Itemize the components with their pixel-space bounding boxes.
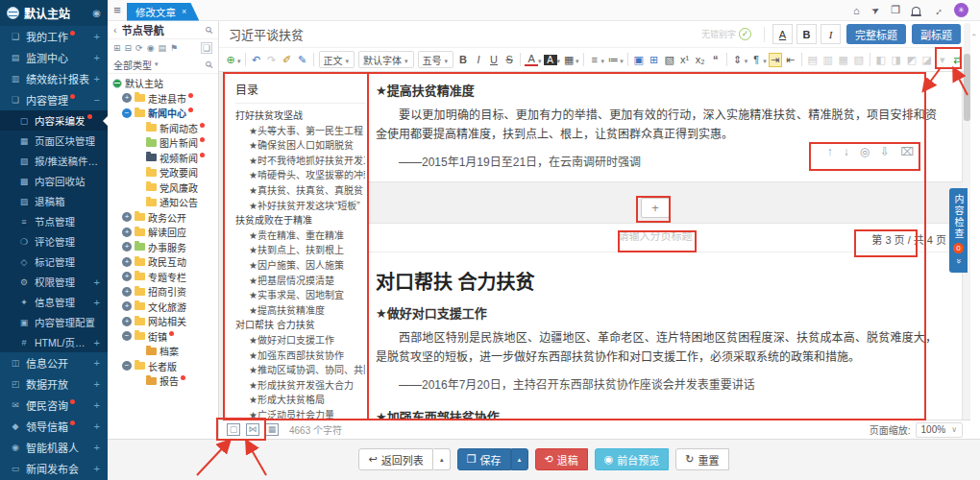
expand-icon[interactable]: + [122, 242, 132, 252]
menu-burger-icon[interactable]: ≡ [108, 3, 127, 17]
back-to-list-button[interactable]: ↩返回列表 [358, 448, 432, 470]
sidebar-item[interactable]: ▦页面区块管理 [0, 131, 108, 151]
sidebar-item[interactable]: ◰数据开放+ [0, 373, 108, 395]
toc-item[interactable]: ★实事求是、因地制宜 [235, 288, 365, 303]
expand-icon[interactable]: + [91, 31, 100, 42]
toc-item[interactable]: ★时不我待地抓好扶贫开发工作 [235, 154, 365, 169]
chevron-down-icon[interactable]: ▾ [538, 58, 542, 65]
tool-icon[interactable]: ▧ [852, 54, 866, 66]
save-button[interactable]: ❒保存 [457, 448, 511, 470]
reject-button[interactable]: ⟲退稿 [535, 448, 588, 470]
sidebar-item[interactable]: ◫信息公开+ [0, 352, 108, 373]
download-page-icon[interactable]: ⇩ [880, 145, 890, 158]
tree-item[interactable]: 档案 [110, 344, 218, 359]
scrollbar-thumb[interactable] [964, 54, 970, 121]
move-down-icon[interactable]: ↓ [844, 145, 849, 158]
list-view-icon[interactable]: ▤ [159, 43, 167, 53]
collapse-icon[interactable]: − [122, 108, 132, 118]
close-icon[interactable]: × [182, 7, 186, 16]
tree-item[interactable]: 党政要闻 [110, 165, 218, 180]
toc-item[interactable]: ★真扶贫、扶真贫、真脱贫 [235, 183, 365, 199]
tree-item[interactable]: 报告 [110, 373, 218, 389]
expand-icon[interactable]: + [91, 276, 100, 288]
toc-item[interactable]: ★确保贫困人口如期脱贫 [235, 138, 365, 154]
scroll-top-icon[interactable]: ⌃ [970, 33, 978, 42]
quote-icon[interactable]: “ [709, 54, 723, 65]
draft-icon[interactable]: ❐ [891, 4, 900, 16]
preview-page-icon[interactable]: ◎ [860, 145, 870, 158]
tree-item[interactable]: 图片新闻 [110, 135, 218, 151]
toc-item[interactable]: ★做好对口支援工作 [235, 333, 365, 348]
proofread-icon[interactable]: ⇄ [951, 54, 965, 66]
expand-icon[interactable]: + [122, 212, 132, 222]
search-icon[interactable]: ⚲ [203, 59, 215, 71]
collapse-panel-icon[interactable]: ‹ [113, 24, 117, 36]
expand-icon[interactable]: + [91, 52, 100, 63]
expand-icon[interactable]: + [122, 272, 132, 281]
expand-icon[interactable]: + [91, 73, 100, 84]
title-action-button[interactable]: 完整标题 [846, 24, 906, 44]
line-height-icon[interactable]: ⇕ [731, 54, 745, 66]
expand-icon[interactable]: − [91, 94, 100, 106]
outdent-icon[interactable]: ⇤ [784, 54, 797, 66]
preview-button[interactable]: ◉前台预览 [595, 448, 670, 470]
sidebar-toggle-icon[interactable]: ◉ [92, 8, 101, 18]
tree-item[interactable]: +走进县市 [110, 91, 218, 107]
expand-icon[interactable]: + [91, 297, 100, 308]
tree-item[interactable]: +网站相关 [110, 314, 218, 329]
collapse-all-icon[interactable]: ⊟ [125, 43, 133, 53]
tool-icon[interactable]: ◪ [920, 54, 934, 66]
delete-page-icon[interactable]: ⌧ [900, 145, 914, 158]
chevron-down-icon[interactable]: ▾ [237, 58, 241, 65]
tree-item[interactable]: +专题专栏 [110, 270, 218, 285]
clear-format-icon[interactable]: ✎ [296, 54, 309, 66]
para-spacing-icon[interactable]: ¶ [749, 54, 763, 65]
toc-item[interactable]: ★推动区域协调、协同、共同发展 [235, 363, 365, 378]
title-style-i-button[interactable]: I [821, 24, 841, 44]
move-up-icon[interactable]: ↑ [827, 145, 833, 158]
sidebar-item[interactable]: ❏内容管理− [0, 89, 108, 110]
sidebar-item[interactable]: ▧报/推送稿件管理 [0, 151, 108, 171]
title-style-a-button[interactable]: A [772, 24, 793, 44]
article-page-2[interactable]: ★提高扶贫精准度 要以更加明确的目标、更加有力的举措、更加有效的行动，深入实施精… [348, 72, 963, 182]
image-icon[interactable]: ▣ [632, 54, 646, 66]
word-layout-icon[interactable]: ▦ [265, 423, 279, 436]
tree-item[interactable]: −新闻中心 [110, 106, 218, 121]
spellcheck-ok-icon[interactable]: ✓ [739, 28, 751, 40]
tree-item[interactable]: +文化旅游 [110, 300, 218, 315]
tab-edit-article[interactable]: 修改文章 × [127, 3, 199, 21]
expand-icon[interactable]: + [122, 93, 132, 103]
strike-icon[interactable]: S [502, 54, 516, 65]
sidebar-item[interactable]: ◆领导信箱+ [0, 416, 108, 437]
toc-item[interactable]: ★头等大事、第一民生工程 [235, 124, 365, 139]
type-filter-select[interactable]: 全部类型 [113, 58, 152, 72]
sidebar-item[interactable]: ◉智能机器人+ [0, 437, 108, 458]
expand-icon[interactable]: + [91, 420, 100, 432]
auto-typeset-icon[interactable]: ⇥ [769, 53, 782, 67]
toc-item[interactable]: ★补好扶贫开发这块“短板” [235, 199, 365, 214]
toc-item[interactable]: ★形成大扶贫格局 [235, 393, 365, 408]
underline-icon[interactable]: U [487, 54, 501, 65]
tree-item[interactable]: 党风廉政 [110, 180, 218, 196]
expand-icon[interactable]: + [91, 399, 100, 411]
fill-color-icon[interactable]: ▦ [562, 54, 576, 66]
tree-item[interactable]: +政务公开 [110, 210, 218, 226]
toc-item[interactable]: 扶贫成败在于精准 [235, 213, 365, 228]
chevron-down-icon[interactable]: ▾ [745, 58, 748, 65]
wordart-icon[interactable]: ▧ [663, 54, 676, 66]
sidebar-item[interactable]: ▭新闻发布会+ [0, 458, 108, 479]
sidebar-item[interactable]: ▢内容采编发 [0, 110, 108, 131]
font-size-select[interactable]: 五号▾ [418, 51, 454, 68]
tree-item[interactable]: 默认主站 [110, 76, 218, 91]
page-title-input[interactable] [593, 230, 718, 242]
send-icon[interactable]: ➤ [870, 4, 882, 17]
toc-item[interactable]: ★贵在精准、重在精准 [235, 228, 365, 244]
add-page-button[interactable]: + [641, 198, 670, 218]
more-tools-caret[interactable]: ▾ [936, 54, 949, 66]
tree-item[interactable]: −长者版 [110, 359, 218, 374]
expand-icon[interactable]: + [122, 257, 132, 267]
font-family-select[interactable]: 默认字体▾ [358, 51, 414, 68]
expand-icon[interactable]: + [91, 463, 100, 474]
refresh-icon[interactable]: ⟳ [135, 43, 143, 53]
sidebar-item[interactable]: ▤监测中心+ [0, 47, 108, 68]
